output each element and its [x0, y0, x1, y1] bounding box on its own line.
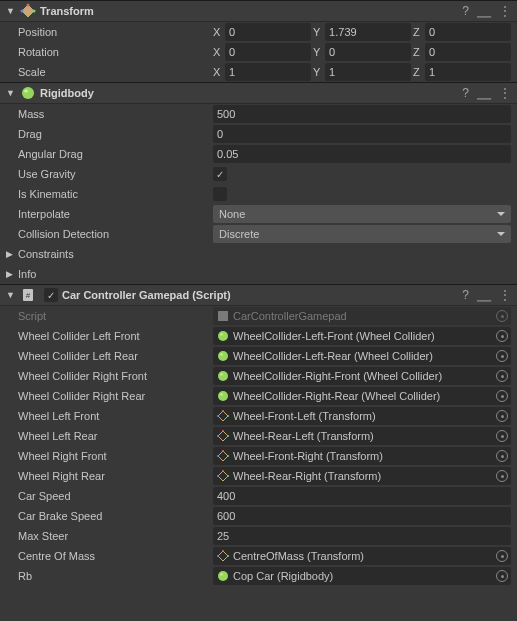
gameobject-ref-icon	[217, 370, 229, 382]
field-label: Wheel Left Front	[18, 410, 213, 422]
script-header[interactable]: ▼ # Car Controller Gamepad (Script) ? ⎯⎯…	[0, 284, 517, 306]
object-field[interactable]: Wheel-Front-Left (Transform)	[213, 407, 511, 425]
svg-point-26	[227, 475, 229, 477]
object-field[interactable]: WheelCollider-Left-Rear (Wheel Collider)	[213, 347, 511, 365]
menu-icon[interactable]: ⋮	[499, 4, 511, 18]
preset-icon[interactable]: ⎯⎯	[477, 4, 491, 18]
help-icon[interactable]: ?	[462, 288, 469, 302]
rotation-label: Rotation	[18, 46, 213, 58]
collision-detection-label: Collision Detection	[18, 228, 213, 240]
interpolate-dropdown[interactable]: None	[213, 205, 511, 223]
object-picker-icon[interactable]	[495, 429, 509, 443]
fold-icon[interactable]: ▼	[6, 290, 16, 300]
object-picker-icon[interactable]	[495, 549, 509, 563]
object-field-value: WheelCollider-Left-Rear (Wheel Collider)	[233, 350, 507, 362]
object-field-value: WheelCollider-Right-Rear (Wheel Collider…	[233, 390, 507, 402]
constraints-foldout[interactable]: ▶ Constraints	[0, 244, 517, 264]
position-z-input[interactable]	[425, 23, 511, 41]
scale-y-input[interactable]	[325, 63, 411, 81]
drag-input[interactable]	[213, 125, 511, 143]
svg-point-18	[217, 415, 219, 417]
rb-field[interactable]: Cop Car (Rigidbody)	[213, 567, 511, 585]
object-field[interactable]: Wheel-Rear-Left (Transform)	[213, 427, 511, 445]
interpolate-label: Interpolate	[18, 208, 213, 220]
transform-ref-icon	[217, 470, 229, 482]
rotation-z-input[interactable]	[425, 43, 511, 61]
object-picker-icon[interactable]	[495, 409, 509, 423]
help-icon[interactable]: ?	[462, 4, 469, 18]
svg-point-0	[27, 4, 30, 7]
menu-icon[interactable]: ⋮	[499, 86, 511, 100]
svg-point-2	[21, 10, 24, 13]
transform-ref-icon	[217, 550, 229, 562]
constraints-label: Constraints	[18, 248, 74, 260]
fold-icon[interactable]: ▼	[6, 88, 16, 98]
centre-of-mass-field[interactable]: CentreOfMass (Transform)	[213, 547, 511, 565]
field-label: Car Speed	[18, 490, 213, 502]
object-field[interactable]: Wheel-Front-Right (Transform)	[213, 447, 511, 465]
number-input[interactable]	[213, 487, 511, 505]
use-gravity-label: Use Gravity	[18, 168, 213, 180]
script-enabled-checkbox[interactable]	[44, 288, 58, 302]
svg-point-22	[222, 450, 224, 452]
transform-ref-icon	[217, 450, 229, 462]
field-label: Car Brake Speed	[18, 510, 213, 522]
number-input[interactable]	[213, 527, 511, 545]
object-field[interactable]: WheelCollider-Right-Rear (Wheel Collider…	[213, 387, 511, 405]
field-label: Wheel Collider Right Rear	[18, 390, 213, 402]
fold-icon[interactable]: ▼	[6, 6, 16, 16]
script-field: CarControllerGamepad	[213, 307, 511, 325]
position-label: Position	[18, 26, 213, 38]
object-field[interactable]: WheelCollider-Right-Front (Wheel Collide…	[213, 367, 511, 385]
field-label: Wheel Right Rear	[18, 470, 213, 482]
rigidbody-title: Rigidbody	[40, 87, 462, 99]
number-input[interactable]	[213, 507, 511, 525]
field-label: Wheel Left Rear	[18, 430, 213, 442]
centre-of-mass-label: Centre Of Mass	[18, 550, 213, 562]
object-picker-icon	[495, 309, 509, 323]
preset-icon[interactable]: ⎯⎯	[477, 288, 491, 302]
svg-point-21	[217, 435, 219, 437]
help-icon[interactable]: ?	[462, 86, 469, 100]
object-field[interactable]: Wheel-Rear-Right (Transform)	[213, 467, 511, 485]
object-picker-icon[interactable]	[495, 389, 509, 403]
object-picker-icon[interactable]	[495, 449, 509, 463]
chevron-right-icon: ▶	[6, 269, 18, 279]
scale-z-input[interactable]	[425, 63, 511, 81]
is-kinematic-label: Is Kinematic	[18, 188, 213, 200]
scale-x-input[interactable]	[225, 63, 311, 81]
field-label: Max Steer	[18, 530, 213, 542]
object-field[interactable]: WheelCollider-Left-Front (Wheel Collider…	[213, 327, 511, 345]
object-picker-icon[interactable]	[495, 329, 509, 343]
info-foldout[interactable]: ▶ Info	[0, 264, 517, 284]
menu-icon[interactable]: ⋮	[499, 288, 511, 302]
svg-rect-7	[218, 311, 228, 321]
svg-point-23	[227, 455, 229, 457]
transform-ref-icon	[217, 410, 229, 422]
mass-input[interactable]	[213, 105, 511, 123]
info-label: Info	[18, 268, 36, 280]
axis-z-label: Z	[413, 26, 425, 38]
object-picker-icon[interactable]	[495, 349, 509, 363]
svg-point-8	[218, 331, 228, 341]
object-picker-icon[interactable]	[495, 569, 509, 583]
rotation-x-input[interactable]	[225, 43, 311, 61]
svg-point-11	[220, 354, 223, 356]
transform-header[interactable]: ▼ Transform ? ⎯⎯ ⋮	[0, 0, 517, 22]
rigidbody-header[interactable]: ▼ Rigidbody ? ⎯⎯ ⋮	[0, 82, 517, 104]
collision-detection-dropdown[interactable]: Discrete	[213, 225, 511, 243]
object-picker-icon[interactable]	[495, 469, 509, 483]
script-asset-icon	[217, 310, 229, 322]
rotation-y-input[interactable]	[325, 43, 411, 61]
preset-icon[interactable]: ⎯⎯	[477, 86, 491, 100]
gameobject-ref-icon	[217, 330, 229, 342]
svg-point-29	[227, 555, 229, 557]
position-y-input[interactable]	[325, 23, 411, 41]
is-kinematic-checkbox[interactable]	[213, 187, 227, 201]
angular-drag-input[interactable]	[213, 145, 511, 163]
use-gravity-checkbox[interactable]	[213, 167, 227, 181]
svg-point-16	[222, 410, 224, 412]
svg-point-4	[24, 90, 28, 93]
object-picker-icon[interactable]	[495, 369, 509, 383]
position-x-input[interactable]	[225, 23, 311, 41]
